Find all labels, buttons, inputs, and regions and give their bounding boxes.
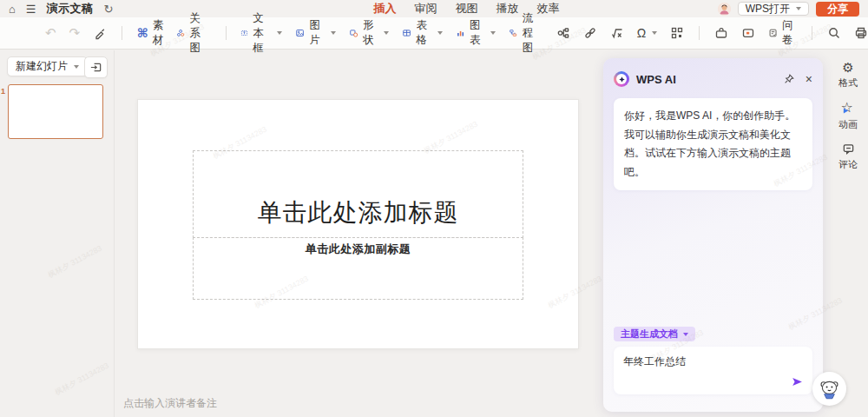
material-label: 素材 [153, 18, 164, 48]
chevron-down-icon [437, 31, 443, 35]
chevron-down-icon [277, 31, 282, 35]
ai-greeting-message: 你好，我是WPS AI，你的创作助手。我可以辅助你生成演示文稿和美化文档。试试在… [614, 98, 812, 190]
import-slide-icon [89, 61, 102, 74]
table-icon [402, 26, 411, 40]
animation-star-icon: ☆ [841, 101, 856, 116]
toolbar-divider [699, 26, 700, 40]
symbol-icon: Ω [637, 27, 646, 39]
tab-review[interactable]: 审阅 [414, 0, 437, 18]
send-icon[interactable] [790, 375, 805, 388]
hyperlink-icon[interactable] [583, 26, 597, 40]
chart-icon [456, 26, 465, 40]
qrcode-icon[interactable] [670, 26, 684, 40]
home-icon[interactable]: ⌂ [9, 3, 16, 15]
sidebar-item-format[interactable]: ⚙ 格式 [838, 61, 858, 89]
slide-thumbnail[interactable] [8, 84, 103, 139]
ai-mode-badge-label: 主题生成文档 [621, 328, 678, 341]
ai-prompt-value: 年终工作总结 [623, 355, 686, 367]
new-slide-label: 新建幻灯片 [16, 59, 68, 74]
tab-insert[interactable]: 插入 [373, 0, 396, 18]
flowchart-button[interactable]: 流程图 [509, 11, 542, 56]
shape-label: 形状 [363, 18, 378, 48]
toolbar-divider [812, 26, 812, 40]
pin-icon[interactable] [783, 73, 795, 85]
textbox-icon [240, 26, 248, 40]
relation-diagram-button[interactable]: 关系图 [176, 11, 210, 56]
gear-icon: ⚙ [842, 61, 853, 74]
material-button[interactable]: ⌘ 素材 [137, 18, 164, 48]
ai-prompt-input[interactable]: 年终工作总结 [614, 347, 812, 394]
ai-mode-badge[interactable]: 主题生成文档 [614, 327, 695, 341]
title-placeholder-text: 单击此处添加标题 [258, 196, 459, 237]
wps-open-button[interactable]: WPS打开 [738, 2, 809, 16]
table-button[interactable]: 表格 [402, 18, 443, 48]
org-chart-icon[interactable] [556, 26, 570, 40]
media-icon[interactable] [741, 26, 755, 40]
chart-button[interactable]: 图表 [456, 18, 496, 48]
document-title: 演示文稿 [47, 1, 94, 17]
comment-icon [842, 142, 855, 156]
print-icon[interactable] [854, 26, 868, 40]
formula-icon[interactable] [610, 26, 624, 40]
textbox-button[interactable]: 文本框 [240, 11, 282, 56]
sidebar-item-animation[interactable]: ☆ 动画 [838, 101, 858, 131]
shape-button[interactable]: 形状 [349, 18, 390, 48]
search-icon[interactable] [827, 26, 841, 40]
sidebar-comment-label: 评论 [838, 158, 858, 171]
tab-view[interactable]: 视图 [455, 0, 477, 18]
slide-number: 1 [1, 87, 5, 96]
chevron-down-icon [652, 31, 657, 35]
format-painter-icon[interactable] [93, 26, 107, 40]
wps-ai-logo-icon [614, 71, 629, 87]
new-slide-button[interactable]: 新建幻灯片 [7, 56, 88, 76]
survey-label: 问卷 [782, 18, 797, 48]
import-slide-button[interactable] [84, 56, 108, 78]
ai-panel-header: WPS AI × [614, 70, 812, 89]
ai-panel-title: WPS AI [636, 73, 676, 86]
relation-diagram-label: 关系图 [190, 11, 211, 56]
share-button[interactable]: 分享 [816, 2, 859, 17]
flowchart-icon [509, 26, 517, 40]
insert-toolbar: ↶ ↷ ⌘ 素材 关系图 文本框 图片 [0, 17, 868, 50]
ai-panel-footer: 主题生成文档 年终工作总结 [614, 325, 812, 394]
wps-presentation-window: ⌂ ☰ 演示文稿 ↻ 插入 审阅 视图 播放 效率 WPS打开 [0, 0, 868, 417]
title-bar-right: WPS打开 分享 [718, 2, 859, 17]
undo-icon[interactable]: ↶ [45, 25, 56, 41]
sidebar-item-comment[interactable]: 评论 [838, 142, 858, 171]
toolbar-divider [226, 26, 227, 40]
ai-header-actions: × [783, 73, 812, 85]
chevron-down-icon [683, 333, 688, 336]
flowchart-label: 流程图 [523, 11, 543, 56]
close-icon[interactable]: × [806, 73, 812, 85]
title-bar-left: ⌂ ☰ 演示文稿 ↻ [9, 1, 113, 17]
relation-diagram-icon [176, 26, 185, 40]
workspace: 新建幻灯片 1 单击此处添加标题 单击此处添加副标题 点击输入演讲者备注 [0, 50, 868, 417]
chevron-down-icon [384, 31, 389, 35]
survey-button[interactable]: 问卷 [768, 18, 798, 48]
toolbar-divider [122, 26, 122, 40]
chevron-down-icon [74, 65, 79, 69]
slide-canvas[interactable]: 单击此处添加标题 单击此处添加副标题 [137, 99, 579, 349]
speaker-notes-input[interactable]: 点击输入演讲者备注 [123, 396, 217, 411]
table-label: 表格 [416, 18, 431, 48]
title-bar: ⌂ ☰ 演示文稿 ↻ 插入 审阅 视图 播放 效率 WPS打开 [0, 0, 868, 17]
subtitle-placeholder-text: 单击此处添加副标题 [306, 238, 411, 257]
picture-button[interactable]: 图片 [295, 18, 336, 48]
chart-label: 图表 [470, 18, 484, 48]
sync-icon[interactable]: ↻ [104, 3, 114, 15]
right-sidebar: ⚙ 格式 ☆ 动画 评论 [828, 50, 868, 417]
chevron-down-icon [331, 31, 336, 35]
sidebar-format-label: 格式 [838, 76, 858, 89]
subtitle-placeholder[interactable]: 单击此处添加副标题 [193, 237, 523, 300]
material-icon: ⌘ [137, 27, 148, 39]
menu-icon[interactable]: ☰ [26, 3, 36, 15]
user-avatar[interactable] [718, 3, 731, 16]
redo-icon[interactable]: ↷ [69, 25, 81, 41]
wps-open-label: WPS打开 [746, 2, 790, 17]
picture-icon [295, 26, 305, 40]
attachment-icon[interactable] [714, 26, 728, 40]
picture-label: 图片 [309, 18, 324, 48]
symbol-button[interactable]: Ω [637, 27, 657, 39]
title-placeholder[interactable]: 单击此处添加标题 [193, 150, 523, 238]
assistant-mascot[interactable] [812, 372, 846, 406]
